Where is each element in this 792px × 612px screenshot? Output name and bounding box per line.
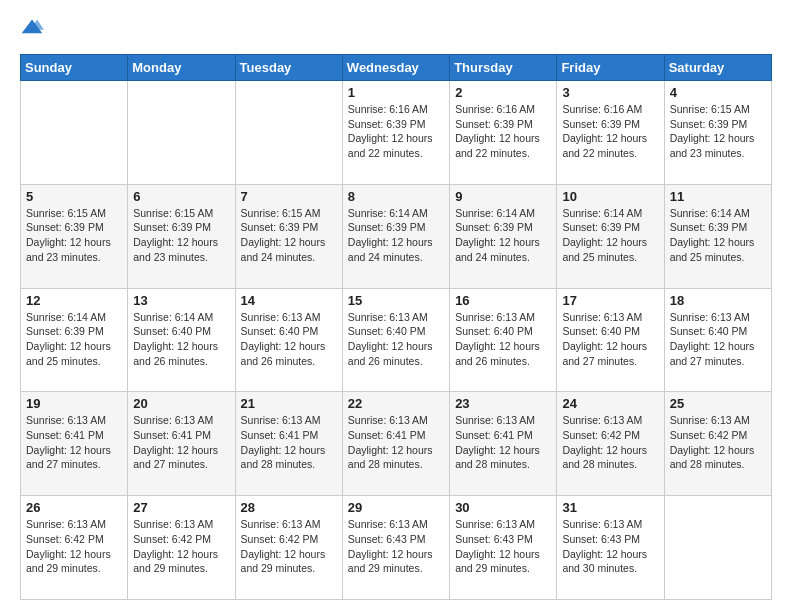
day-number: 26 bbox=[26, 500, 122, 515]
day-info: Sunrise: 6:14 AM Sunset: 6:39 PM Dayligh… bbox=[562, 206, 658, 265]
calendar-cell: 29Sunrise: 6:13 AM Sunset: 6:43 PM Dayli… bbox=[342, 496, 449, 600]
calendar-cell: 22Sunrise: 6:13 AM Sunset: 6:41 PM Dayli… bbox=[342, 392, 449, 496]
day-info: Sunrise: 6:14 AM Sunset: 6:39 PM Dayligh… bbox=[26, 310, 122, 369]
day-number: 31 bbox=[562, 500, 658, 515]
day-number: 24 bbox=[562, 396, 658, 411]
calendar-cell: 4Sunrise: 6:15 AM Sunset: 6:39 PM Daylig… bbox=[664, 81, 771, 185]
calendar-cell: 26Sunrise: 6:13 AM Sunset: 6:42 PM Dayli… bbox=[21, 496, 128, 600]
calendar-cell bbox=[235, 81, 342, 185]
calendar-cell: 13Sunrise: 6:14 AM Sunset: 6:40 PM Dayli… bbox=[128, 288, 235, 392]
day-number: 17 bbox=[562, 293, 658, 308]
day-number: 1 bbox=[348, 85, 444, 100]
day-info: Sunrise: 6:13 AM Sunset: 6:43 PM Dayligh… bbox=[455, 517, 551, 576]
day-info: Sunrise: 6:14 AM Sunset: 6:40 PM Dayligh… bbox=[133, 310, 229, 369]
day-number: 13 bbox=[133, 293, 229, 308]
calendar-cell: 1Sunrise: 6:16 AM Sunset: 6:39 PM Daylig… bbox=[342, 81, 449, 185]
day-info: Sunrise: 6:13 AM Sunset: 6:40 PM Dayligh… bbox=[348, 310, 444, 369]
day-info: Sunrise: 6:13 AM Sunset: 6:42 PM Dayligh… bbox=[670, 413, 766, 472]
day-info: Sunrise: 6:13 AM Sunset: 6:40 PM Dayligh… bbox=[562, 310, 658, 369]
day-header-saturday: Saturday bbox=[664, 55, 771, 81]
calendar-cell: 23Sunrise: 6:13 AM Sunset: 6:41 PM Dayli… bbox=[450, 392, 557, 496]
day-number: 16 bbox=[455, 293, 551, 308]
calendar-cell: 3Sunrise: 6:16 AM Sunset: 6:39 PM Daylig… bbox=[557, 81, 664, 185]
day-info: Sunrise: 6:16 AM Sunset: 6:39 PM Dayligh… bbox=[455, 102, 551, 161]
day-header-thursday: Thursday bbox=[450, 55, 557, 81]
calendar-cell: 12Sunrise: 6:14 AM Sunset: 6:39 PM Dayli… bbox=[21, 288, 128, 392]
calendar-header-row: SundayMondayTuesdayWednesdayThursdayFrid… bbox=[21, 55, 772, 81]
day-number: 11 bbox=[670, 189, 766, 204]
day-number: 5 bbox=[26, 189, 122, 204]
day-number: 8 bbox=[348, 189, 444, 204]
calendar-cell: 27Sunrise: 6:13 AM Sunset: 6:42 PM Dayli… bbox=[128, 496, 235, 600]
day-number: 23 bbox=[455, 396, 551, 411]
calendar-cell: 8Sunrise: 6:14 AM Sunset: 6:39 PM Daylig… bbox=[342, 184, 449, 288]
day-number: 19 bbox=[26, 396, 122, 411]
day-number: 25 bbox=[670, 396, 766, 411]
day-info: Sunrise: 6:14 AM Sunset: 6:39 PM Dayligh… bbox=[455, 206, 551, 265]
header bbox=[20, 16, 772, 44]
day-info: Sunrise: 6:13 AM Sunset: 6:43 PM Dayligh… bbox=[562, 517, 658, 576]
day-number: 14 bbox=[241, 293, 337, 308]
day-info: Sunrise: 6:13 AM Sunset: 6:43 PM Dayligh… bbox=[348, 517, 444, 576]
calendar-cell: 18Sunrise: 6:13 AM Sunset: 6:40 PM Dayli… bbox=[664, 288, 771, 392]
day-number: 22 bbox=[348, 396, 444, 411]
calendar-cell: 30Sunrise: 6:13 AM Sunset: 6:43 PM Dayli… bbox=[450, 496, 557, 600]
day-info: Sunrise: 6:15 AM Sunset: 6:39 PM Dayligh… bbox=[670, 102, 766, 161]
day-number: 2 bbox=[455, 85, 551, 100]
day-info: Sunrise: 6:13 AM Sunset: 6:40 PM Dayligh… bbox=[241, 310, 337, 369]
calendar-cell: 25Sunrise: 6:13 AM Sunset: 6:42 PM Dayli… bbox=[664, 392, 771, 496]
calendar-cell: 10Sunrise: 6:14 AM Sunset: 6:39 PM Dayli… bbox=[557, 184, 664, 288]
calendar-cell: 28Sunrise: 6:13 AM Sunset: 6:42 PM Dayli… bbox=[235, 496, 342, 600]
calendar-cell: 7Sunrise: 6:15 AM Sunset: 6:39 PM Daylig… bbox=[235, 184, 342, 288]
day-header-wednesday: Wednesday bbox=[342, 55, 449, 81]
day-info: Sunrise: 6:14 AM Sunset: 6:39 PM Dayligh… bbox=[670, 206, 766, 265]
calendar-week-row: 12Sunrise: 6:14 AM Sunset: 6:39 PM Dayli… bbox=[21, 288, 772, 392]
calendar-cell: 2Sunrise: 6:16 AM Sunset: 6:39 PM Daylig… bbox=[450, 81, 557, 185]
calendar: SundayMondayTuesdayWednesdayThursdayFrid… bbox=[20, 54, 772, 600]
calendar-cell: 20Sunrise: 6:13 AM Sunset: 6:41 PM Dayli… bbox=[128, 392, 235, 496]
calendar-week-row: 1Sunrise: 6:16 AM Sunset: 6:39 PM Daylig… bbox=[21, 81, 772, 185]
calendar-cell: 15Sunrise: 6:13 AM Sunset: 6:40 PM Dayli… bbox=[342, 288, 449, 392]
calendar-cell bbox=[21, 81, 128, 185]
calendar-cell: 9Sunrise: 6:14 AM Sunset: 6:39 PM Daylig… bbox=[450, 184, 557, 288]
day-info: Sunrise: 6:13 AM Sunset: 6:41 PM Dayligh… bbox=[241, 413, 337, 472]
day-info: Sunrise: 6:16 AM Sunset: 6:39 PM Dayligh… bbox=[348, 102, 444, 161]
calendar-cell: 31Sunrise: 6:13 AM Sunset: 6:43 PM Dayli… bbox=[557, 496, 664, 600]
day-number: 9 bbox=[455, 189, 551, 204]
day-number: 20 bbox=[133, 396, 229, 411]
logo-icon bbox=[20, 16, 44, 40]
day-number: 18 bbox=[670, 293, 766, 308]
calendar-cell: 17Sunrise: 6:13 AM Sunset: 6:40 PM Dayli… bbox=[557, 288, 664, 392]
calendar-cell: 21Sunrise: 6:13 AM Sunset: 6:41 PM Dayli… bbox=[235, 392, 342, 496]
day-number: 30 bbox=[455, 500, 551, 515]
day-info: Sunrise: 6:13 AM Sunset: 6:41 PM Dayligh… bbox=[26, 413, 122, 472]
day-number: 15 bbox=[348, 293, 444, 308]
day-info: Sunrise: 6:15 AM Sunset: 6:39 PM Dayligh… bbox=[133, 206, 229, 265]
calendar-cell: 5Sunrise: 6:15 AM Sunset: 6:39 PM Daylig… bbox=[21, 184, 128, 288]
day-header-friday: Friday bbox=[557, 55, 664, 81]
day-header-tuesday: Tuesday bbox=[235, 55, 342, 81]
day-header-sunday: Sunday bbox=[21, 55, 128, 81]
day-info: Sunrise: 6:13 AM Sunset: 6:42 PM Dayligh… bbox=[26, 517, 122, 576]
day-number: 29 bbox=[348, 500, 444, 515]
day-header-monday: Monday bbox=[128, 55, 235, 81]
calendar-cell: 16Sunrise: 6:13 AM Sunset: 6:40 PM Dayli… bbox=[450, 288, 557, 392]
day-info: Sunrise: 6:13 AM Sunset: 6:41 PM Dayligh… bbox=[133, 413, 229, 472]
day-number: 7 bbox=[241, 189, 337, 204]
calendar-week-row: 26Sunrise: 6:13 AM Sunset: 6:42 PM Dayli… bbox=[21, 496, 772, 600]
day-info: Sunrise: 6:15 AM Sunset: 6:39 PM Dayligh… bbox=[241, 206, 337, 265]
calendar-cell bbox=[664, 496, 771, 600]
day-info: Sunrise: 6:13 AM Sunset: 6:41 PM Dayligh… bbox=[455, 413, 551, 472]
calendar-cell: 24Sunrise: 6:13 AM Sunset: 6:42 PM Dayli… bbox=[557, 392, 664, 496]
day-info: Sunrise: 6:13 AM Sunset: 6:40 PM Dayligh… bbox=[455, 310, 551, 369]
day-number: 12 bbox=[26, 293, 122, 308]
logo bbox=[20, 16, 48, 44]
day-info: Sunrise: 6:13 AM Sunset: 6:42 PM Dayligh… bbox=[241, 517, 337, 576]
day-info: Sunrise: 6:13 AM Sunset: 6:42 PM Dayligh… bbox=[562, 413, 658, 472]
day-info: Sunrise: 6:13 AM Sunset: 6:42 PM Dayligh… bbox=[133, 517, 229, 576]
calendar-week-row: 19Sunrise: 6:13 AM Sunset: 6:41 PM Dayli… bbox=[21, 392, 772, 496]
calendar-cell: 14Sunrise: 6:13 AM Sunset: 6:40 PM Dayli… bbox=[235, 288, 342, 392]
day-info: Sunrise: 6:13 AM Sunset: 6:41 PM Dayligh… bbox=[348, 413, 444, 472]
day-info: Sunrise: 6:16 AM Sunset: 6:39 PM Dayligh… bbox=[562, 102, 658, 161]
day-number: 4 bbox=[670, 85, 766, 100]
